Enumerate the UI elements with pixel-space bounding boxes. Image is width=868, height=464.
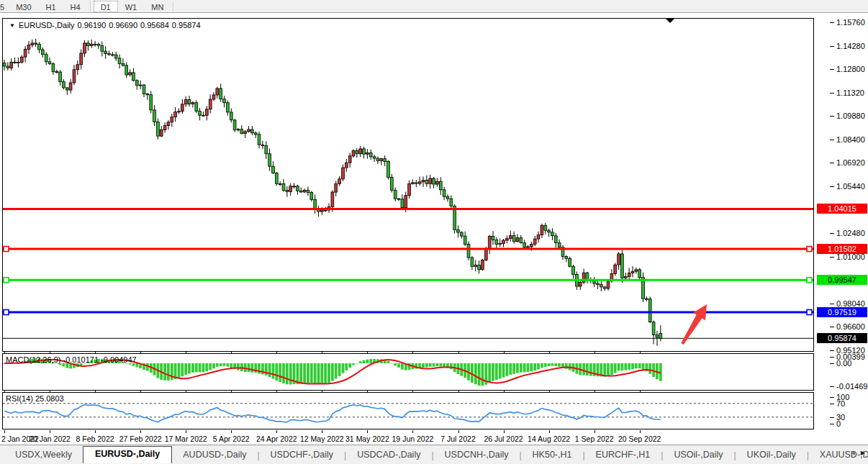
metatrader-window: 5M30H1H4D1W1MN ▼EURUSD-,Daily0.961900.96… (0, 0, 868, 464)
timeframe-button-W1[interactable]: W1 (118, 1, 145, 12)
hline-handle[interactable] (807, 278, 812, 283)
axis-tick-label: 1.06920 (836, 158, 865, 167)
date-label: 19 Jun 2022 (390, 435, 435, 443)
date-label: 20 Sep 2022 (618, 435, 662, 443)
date-axis[interactable]: 2 Jan 202220 Jan 20228 Feb 202227 Feb 20… (0, 430, 814, 445)
timeframe-button-M30[interactable]: M30 (9, 1, 38, 12)
timeframe-toolbar: 5M30H1H4D1W1MN (0, 0, 868, 13)
ohlc-high: 0.96690 (109, 21, 137, 29)
tab-scroll-right-icon[interactable]: ▶ (861, 450, 865, 456)
toolbar-separator (173, 1, 174, 12)
chart-dropdown-icon[interactable]: ▼ (9, 22, 15, 29)
date-label: 20 Jan 2022 (27, 435, 72, 443)
price-level-badge: 1.01502 (817, 244, 867, 254)
rsi-line (4, 404, 661, 422)
tab-eurusd-daily[interactable]: EURUSD-,Daily (83, 446, 172, 463)
timeframe-button-5[interactable]: 5 (0, 1, 9, 12)
ohlc-open: 0.96190 (78, 21, 107, 29)
axis-tick-label: 0.96600 (836, 322, 865, 331)
chart-title: ▼EURUSD-,Daily0.961900.966900.956840.958… (9, 21, 204, 29)
ohlc-low: 0.95684 (140, 21, 169, 29)
tab-usoil-daily[interactable]: USOil-,Daily (663, 447, 733, 463)
price-pane[interactable]: ▼EURUSD-,Daily0.961900.966900.956840.958… (2, 18, 814, 352)
axis-tick-label: 1.08400 (836, 135, 865, 144)
hline-handle[interactable] (4, 278, 9, 283)
axis-tick-label: 1.12800 (836, 65, 865, 73)
price-level-badge: 0.97519 (817, 307, 867, 317)
date-label: 17 Mar 2022 (163, 435, 208, 443)
axis-tick-label: 0 (836, 419, 841, 428)
axis-tick-label: 70 (836, 399, 845, 408)
price-axis[interactable]: 1.157601.142801.128001.113201.098801.084… (814, 13, 868, 445)
hline-handle[interactable] (807, 310, 812, 315)
tab-hk50-h1[interactable]: HK50-,H1 (522, 447, 583, 463)
tab-usdcad-daily[interactable]: USDCAD-,Daily (346, 447, 431, 463)
chart-tab-bar: USDX,WeeklyEURUSD-,DailyAUDUSD-,Daily|US… (0, 445, 868, 464)
axis-tick-label: 1.14280 (836, 42, 865, 50)
timeframe-button-D1[interactable]: D1 (94, 1, 118, 12)
chart-tabs: USDX,WeeklyEURUSD-,DailyAUDUSD-,Daily|US… (4, 447, 868, 463)
tab-usdcnh-daily[interactable]: USDCNH-,Daily (434, 447, 520, 463)
rsi-indicator[interactable] (3, 393, 813, 429)
axis-tick-label: 0.00 (836, 359, 851, 368)
date-label: 5 Apr 2022 (209, 435, 253, 443)
date-label: 24 Apr 2022 (254, 435, 299, 443)
hline-handle[interactable] (807, 247, 812, 252)
rsi-pane[interactable]: RSI(14) 25.0803 (2, 392, 814, 429)
axis-tick-label: 1.15760 (836, 18, 865, 27)
tab-eurchf-h1[interactable]: EURCHF-,H1 (585, 447, 661, 463)
toolbar-separator (90, 1, 91, 12)
axis-tick-label: 1.02480 (836, 229, 865, 237)
date-label: 26 Jul 2022 (482, 435, 526, 443)
axis-tick-label: 1.09880 (836, 112, 865, 120)
candlestick-chart[interactable] (3, 19, 813, 351)
tab-scroll-buttons: ◀ ▶ (851, 450, 865, 456)
date-label: 7 Jul 2022 (436, 435, 481, 443)
axis-tick-label: 1.11320 (836, 88, 864, 97)
tab-audusd-daily[interactable]: AUDUSD-,Daily (172, 447, 257, 463)
tab-usdx-weekly[interactable]: USDX,Weekly (4, 447, 83, 463)
macd-label: MACD(12,26,9) -0.010171 -0.004947 (6, 355, 137, 364)
tab-usdchf-daily[interactable]: USDCHF-,Daily (260, 447, 345, 463)
tab-scroll-left-icon[interactable]: ◀ (851, 450, 855, 456)
date-label: 27 Feb 2022 (118, 435, 163, 443)
chart-shift-icon (666, 19, 674, 23)
tab-ukoil-daily[interactable]: UKOil-,Daily (736, 447, 807, 463)
date-label: 12 May 2022 (299, 435, 344, 443)
candles-group (3, 39, 662, 346)
chart-window[interactable]: ▼EURUSD-,Daily0.961900.966900.956840.958… (0, 13, 868, 445)
date-label: 31 May 2022 (345, 435, 389, 443)
rsi-label: RSI(14) 25.0803 (6, 394, 64, 403)
ohlc-close: 0.95874 (172, 21, 201, 29)
date-label: 14 Aug 2022 (527, 435, 571, 443)
price-level-badge: 1.04015 (817, 204, 867, 214)
chart-symbol-period: EURUSD-,Daily (19, 21, 75, 29)
current-price-badge: 0.95874 (817, 333, 867, 343)
axis-tick-label: 1.05440 (836, 182, 865, 191)
price-level-badge: 0.99547 (817, 275, 867, 285)
timeframe-button-MN[interactable]: MN (144, 1, 171, 12)
date-label: 8 Feb 2022 (73, 435, 117, 443)
axis-tick-label: -0.014693 (836, 382, 868, 391)
hline-handle[interactable] (4, 310, 9, 315)
macd-pane[interactable]: MACD(12,26,9) -0.010171 -0.004947 (2, 353, 814, 391)
hline-handle[interactable] (4, 247, 9, 252)
date-label: 1 Sep 2022 (572, 435, 617, 443)
timeframe-button-H4[interactable]: H4 (63, 1, 88, 12)
timeframe-button-H1[interactable]: H1 (39, 1, 63, 12)
